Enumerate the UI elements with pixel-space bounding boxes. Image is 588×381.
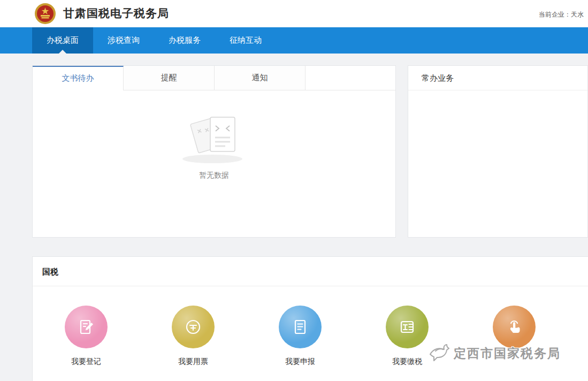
service-label: 我要缴税	[392, 357, 422, 367]
empty-documents-icon	[179, 111, 249, 164]
service-invoice[interactable]: 我要用票	[140, 306, 247, 367]
service-pay-tax[interactable]: 我要缴税	[354, 306, 461, 367]
empty-state-text: 暂无数据	[199, 171, 229, 180]
tab-documents-todo[interactable]: 文书待办	[33, 66, 124, 90]
service-label: 我要登记	[71, 357, 101, 367]
common-business-panel: 常办业务	[408, 65, 588, 238]
declare-document-icon	[291, 318, 309, 336]
main-nav: 办税桌面 涉税查询 办税服务 征纳互动	[0, 27, 588, 54]
nav-item-tax-service[interactable]: 办税服务	[154, 27, 215, 54]
nav-item-label: 办税桌面	[47, 35, 79, 45]
service-register[interactable]: 我要登记	[33, 306, 140, 367]
current-enterprise-label: 当前企业：天水	[539, 10, 584, 19]
todo-panel: 文书待办 提醒 通知	[32, 65, 396, 238]
common-business-title: 常办业务	[408, 66, 587, 90]
nav-item-label: 办税服务	[169, 35, 201, 45]
national-tax-panel: 国税 我要登记	[32, 256, 588, 381]
page-title: 甘肃国税电子税务局	[63, 6, 169, 21]
nav-item-label: 征纳互动	[230, 35, 262, 45]
nav-item-label: 涉税查询	[108, 35, 140, 45]
tab-reminder[interactable]: 提醒	[124, 66, 215, 90]
todo-tabs: 文书待办 提醒 通知	[33, 66, 395, 90]
service-label: 我要申报	[285, 357, 315, 367]
app-header: 甘肃国税电子税务局 当前企业：天水	[0, 0, 588, 27]
service-label: 我要用票	[178, 357, 208, 367]
service-declare[interactable]: 我要申报	[247, 306, 354, 367]
nav-item-interaction[interactable]: 征纳互动	[215, 27, 276, 54]
hand-touch-icon	[505, 318, 523, 336]
main-content: 文书待办 提醒 通知	[0, 54, 588, 238]
service-hand[interactable]	[461, 306, 568, 367]
tab-notice[interactable]: 通知	[215, 66, 306, 90]
tabs-filler	[306, 66, 395, 90]
national-emblem-icon	[34, 3, 56, 25]
nav-item-tax-desktop[interactable]: 办税桌面	[32, 27, 93, 54]
register-edit-icon	[77, 318, 95, 336]
services-row: 我要登记 我要用票	[33, 286, 588, 367]
nav-item-tax-inquiry[interactable]: 涉税查询	[93, 27, 154, 54]
national-tax-title: 国税	[33, 257, 588, 286]
invoice-ticket-icon	[184, 318, 202, 336]
empty-state: 暂无数据	[33, 90, 395, 180]
pay-tax-icon	[398, 318, 416, 336]
